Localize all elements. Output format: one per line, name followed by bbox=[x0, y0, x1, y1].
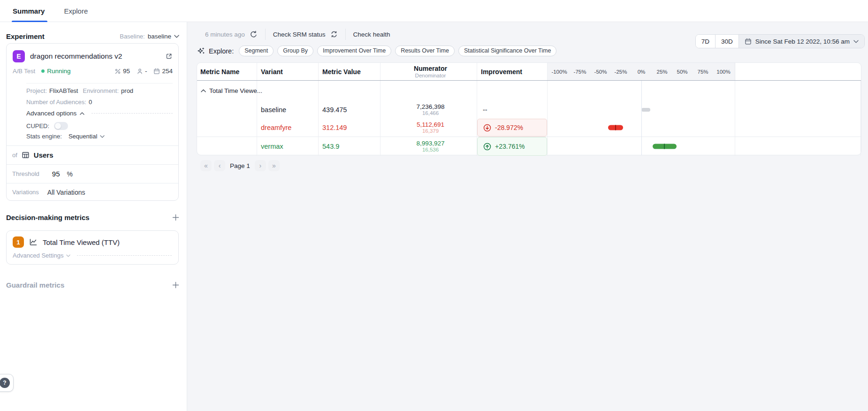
check-srm-status-button[interactable]: Check SRM status bbox=[273, 31, 326, 38]
chip-results-over-time[interactable]: Results Over Time bbox=[395, 46, 455, 56]
of-label: of bbox=[12, 152, 17, 159]
experiment-type-label: A/B Test bbox=[13, 68, 35, 75]
threshold-unit: % bbox=[67, 170, 73, 178]
arrow-down-circle-icon bbox=[483, 124, 491, 132]
refresh-icon[interactable] bbox=[250, 30, 258, 38]
project-label: Project: bbox=[26, 87, 47, 94]
experiment-card: E dragon recommendations v2 A/B Test Run… bbox=[6, 43, 179, 201]
add-guardrail-metric-button[interactable] bbox=[172, 282, 179, 289]
improvement-value: -28.972% bbox=[495, 124, 523, 131]
range-30d-button[interactable]: 30D bbox=[716, 35, 739, 48]
numerator-value: 8,993,927 bbox=[416, 140, 444, 147]
numerator-cell: 5,112,691 16,379 bbox=[381, 119, 477, 137]
axis-tick: 100% bbox=[716, 69, 730, 75]
variations-value[interactable]: All Variations bbox=[47, 189, 85, 196]
last-page-button[interactable]: » bbox=[268, 160, 280, 171]
help-button[interactable]: ? bbox=[0, 374, 14, 392]
chevron-down-icon[interactable] bbox=[100, 135, 105, 138]
variations-row: Variations All Variations bbox=[7, 183, 178, 201]
zero-percent-gridline bbox=[641, 81, 642, 155]
cuped-row: CUPED: bbox=[26, 122, 173, 130]
empty-cell bbox=[257, 81, 319, 100]
col-improvement: Improvement bbox=[477, 63, 548, 80]
unit-type-row: of Users bbox=[7, 145, 178, 164]
audiences-value: 0 bbox=[89, 99, 92, 106]
variant-name: baseline bbox=[257, 100, 319, 119]
experiment-stat-icons: 95 - 254 bbox=[114, 68, 173, 75]
pagination: « ‹ Page 1 › » bbox=[200, 160, 280, 171]
help-icon: ? bbox=[0, 378, 10, 388]
unit-type-value[interactable]: Users bbox=[34, 151, 53, 159]
chip-segment[interactable]: Segment bbox=[239, 46, 274, 56]
experiment-status-row: A/B Test Running 95 - bbox=[13, 68, 173, 75]
chip-statistical-significance[interactable]: Statistical Significance Over Time bbox=[458, 46, 557, 56]
numerator-cell: 8,993,927 16,536 bbox=[381, 137, 477, 156]
chip-improvement-over-time[interactable]: Improvement Over Time bbox=[317, 46, 391, 56]
variant-name: dreamfyre bbox=[257, 119, 319, 137]
table-row-vermax: vermax 543.9 8,993,927 16,536 +23.761% bbox=[197, 137, 861, 156]
improvement-cell: +23.761% bbox=[477, 137, 548, 156]
audience-count-value: - bbox=[145, 68, 147, 75]
results-table: Metric Name Variant Metric Value Numerat… bbox=[197, 62, 861, 155]
experiment-badge: E bbox=[13, 50, 25, 62]
axis-tick: 25% bbox=[656, 69, 667, 75]
date-range-control: 7D 30D Since Sat Feb 12 2022, 10:56 am bbox=[695, 34, 865, 48]
chip-group-by[interactable]: Group By bbox=[277, 46, 313, 56]
environment-value: prod bbox=[121, 87, 133, 94]
col-filler bbox=[735, 63, 861, 80]
add-decision-metric-button[interactable] bbox=[172, 214, 179, 221]
metric-value: 439.475 bbox=[319, 100, 381, 119]
threshold-label: Threshold bbox=[12, 170, 39, 177]
experiment-card-title-row: E dragon recommendations v2 bbox=[13, 50, 173, 62]
empty-cell bbox=[735, 81, 861, 100]
external-link-icon[interactable] bbox=[165, 53, 173, 60]
guardrail-metrics-header: Guardrail metrics bbox=[6, 281, 179, 289]
axis-tick: -50% bbox=[594, 69, 607, 75]
results-table-header: Metric Name Variant Metric Value Numerat… bbox=[197, 63, 861, 81]
empty-cell bbox=[197, 137, 257, 156]
date-range-picker[interactable]: Since Sat Feb 12 2022, 10:56 am bbox=[739, 35, 864, 48]
date-range-text: Since Sat Feb 12 2022, 10:56 am bbox=[755, 38, 850, 45]
denominator-value: 16,379 bbox=[422, 128, 439, 134]
prev-page-button[interactable]: ‹ bbox=[214, 160, 225, 171]
first-page-button[interactable]: « bbox=[200, 160, 212, 171]
table-grid-icon bbox=[22, 151, 30, 159]
baseline-selector[interactable]: Baseline: baseline bbox=[120, 33, 179, 40]
improvement-cell: -28.972% bbox=[477, 119, 548, 137]
empty-cell bbox=[735, 119, 861, 137]
check-health-button[interactable]: Check health bbox=[353, 31, 390, 38]
experiment-sidebar: Experiment Baseline: baseline E dragon r… bbox=[0, 22, 187, 411]
srm-sync-icon[interactable] bbox=[330, 30, 338, 38]
sparkle-icon bbox=[197, 47, 205, 55]
status-toolbar: 6 minutes ago Check SRM status Check hea… bbox=[205, 28, 390, 40]
tab-summary[interactable]: Summary bbox=[13, 0, 45, 22]
stats-engine-row: Stats engine: Sequential bbox=[26, 133, 173, 140]
metric-list-item[interactable]: 1 Total Time Viewed (TTV) bbox=[13, 236, 173, 248]
calendar-icon bbox=[153, 68, 160, 75]
stats-engine-value[interactable]: Sequential bbox=[69, 133, 97, 140]
cuped-toggle[interactable] bbox=[54, 122, 68, 130]
metric-group-row: Total Time Viewe... bbox=[197, 81, 861, 100]
ci-midpoint-tick bbox=[664, 144, 665, 149]
ci-bar-dreamfyre bbox=[608, 125, 623, 130]
range-7d-button[interactable]: 7D bbox=[696, 35, 716, 48]
dashed-divider bbox=[77, 255, 172, 256]
empty-cell bbox=[381, 81, 477, 100]
tab-explore-label: Explore bbox=[64, 7, 88, 15]
next-page-button[interactable]: › bbox=[255, 160, 266, 171]
variations-label: Variations bbox=[12, 189, 39, 196]
improvement-axis: -100% -75% -50% -25% 0% 25% 50% 75% 100% bbox=[548, 63, 735, 80]
explore-label: Explore: bbox=[209, 47, 234, 55]
advanced-options-toggle[interactable]: Advanced options bbox=[26, 110, 173, 117]
tab-explore[interactable]: Explore bbox=[64, 0, 88, 22]
axis-tick: 75% bbox=[697, 69, 708, 75]
threshold-value[interactable]: 95 bbox=[52, 170, 60, 178]
experiment-results-page: Summary Explore Experiment Baseline: bas… bbox=[0, 0, 868, 411]
person-icon bbox=[137, 68, 143, 75]
advanced-settings-label: Advanced Settings bbox=[13, 252, 63, 259]
metric-group-toggle[interactable]: Total Time Viewe... bbox=[197, 81, 257, 100]
metric-value: 543.9 bbox=[319, 137, 381, 156]
card-divider bbox=[26, 83, 173, 84]
table-row-baseline: baseline 439.475 7,236,398 16,466 -- bbox=[197, 100, 861, 119]
advanced-settings-toggle[interactable]: Advanced Settings bbox=[13, 252, 172, 259]
